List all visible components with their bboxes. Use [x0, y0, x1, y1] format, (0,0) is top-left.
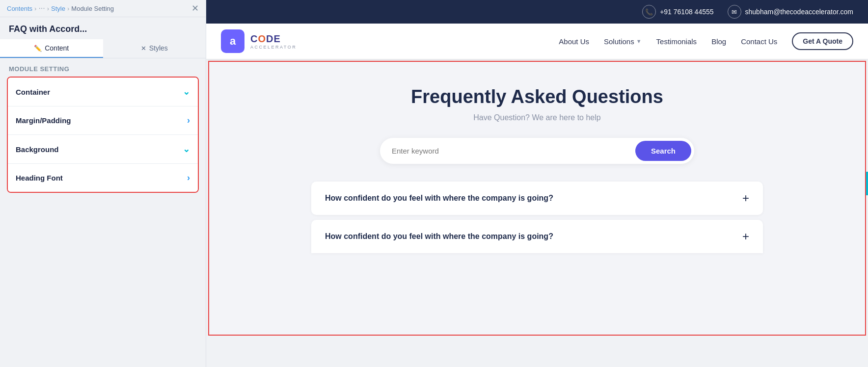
margin-padding-chevron-right-icon: › — [187, 115, 190, 126]
faq-search-button[interactable]: Search — [635, 141, 691, 161]
x-icon: ✕ — [141, 45, 146, 52]
faq-item-1[interactable]: How confident do you feel with where the… — [311, 182, 763, 215]
nav-blog[interactable]: Blog — [711, 37, 726, 46]
nav-solutions[interactable]: Solutions ▼ — [604, 37, 642, 46]
background-chevron-down-icon: ⌄ — [183, 144, 190, 155]
logo-area: a CODE ACCELERATOR — [221, 29, 297, 53]
logo-icon: a — [221, 29, 244, 53]
nav-contact-us[interactable]: Contact Us — [741, 37, 777, 46]
topbar-phone: 📞 +91 76108 44555 — [642, 5, 713, 19]
breadcrumb-bar: Contents › ··· › Style › Module Setting … — [0, 0, 206, 17]
margin-padding-label: Margin/Padding — [16, 116, 71, 125]
breadcrumb-sep-2: › — [47, 5, 49, 12]
faq-search-bar: Search — [380, 138, 694, 164]
solutions-dropdown-arrow-icon: ▼ — [636, 38, 642, 44]
email-icon: ✉ — [728, 5, 741, 19]
tab-styles[interactable]: ✕ Styles — [103, 39, 206, 58]
setting-container[interactable]: Container ⌄ — [8, 78, 198, 106]
phone-icon: 📞 — [642, 5, 656, 19]
nav-solutions-label: Solutions — [604, 37, 634, 46]
heading-font-chevron-right-icon: › — [187, 173, 190, 183]
breadcrumb-sep-1: › — [34, 5, 36, 12]
logo-text-area: CODE ACCELERATOR — [250, 33, 297, 50]
site-topbar: 📞 +91 76108 44555 ✉ shubham@thecodeaccel… — [206, 0, 868, 24]
setting-margin-padding[interactable]: Margin/Padding › — [8, 106, 198, 135]
breadcrumb-module-setting: Module Setting — [71, 5, 114, 12]
container-chevron-down-icon: ⌄ — [183, 86, 190, 97]
faq-items: How confident do you feel with where the… — [301, 182, 773, 253]
faq-subtitle: Have Question? We are here to help — [219, 113, 855, 122]
setting-background[interactable]: Background ⌄ — [8, 135, 198, 164]
faq-item-1-expand-icon: + — [742, 192, 749, 204]
breadcrumb-sep-3: › — [67, 5, 69, 12]
tab-content[interactable]: ✏️ Content — [0, 39, 103, 58]
left-panel: Contents › ··· › Style › Module Setting … — [0, 0, 206, 367]
faq-title: Frequently Asked Questions — [219, 86, 855, 107]
nav-about-us[interactable]: About Us — [559, 37, 589, 46]
close-button[interactable]: ✕ — [191, 4, 199, 13]
nav-links: About Us Solutions ▼ Testimonials Blog C… — [559, 32, 853, 50]
faq-search-input[interactable] — [392, 147, 635, 155]
setting-heading-font[interactable]: Heading Font › — [8, 164, 198, 192]
background-label: Background — [16, 145, 59, 154]
breadcrumb-contents[interactable]: Contents — [7, 5, 32, 12]
panel-tabs: ✏️ Content ✕ Styles — [0, 39, 206, 58]
site-navbar: a CODE ACCELERATOR About Us Solutions ▼ … — [206, 24, 868, 59]
get-quote-button[interactable]: Get A Quote — [792, 32, 853, 50]
logo-tagline: ACCELERATOR — [250, 45, 297, 50]
logo-brand: CODE — [250, 33, 297, 45]
faq-item-2-question: How confident do you feel with where the… — [325, 232, 553, 241]
faq-section: Frequently Asked Questions Have Question… — [209, 62, 865, 268]
phone-number: +91 76108 44555 — [660, 8, 713, 16]
topbar-email: ✉ shubham@thecodeaccelerator.com — [728, 5, 853, 19]
breadcrumb-dots[interactable]: ··· — [38, 4, 45, 13]
module-setting-label: Module Setting — [0, 58, 206, 77]
faq-section-wrapper: Frequently Asked Questions Have Question… — [208, 61, 866, 336]
container-label: Container — [16, 88, 50, 96]
tab-content-label: Content — [45, 44, 69, 52]
tab-styles-label: Styles — [149, 44, 168, 52]
nav-testimonials[interactable]: Testimonials — [656, 37, 697, 46]
faq-item-2[interactable]: How confident do you feel with where the… — [311, 220, 763, 253]
pencil-icon: ✏️ — [34, 45, 42, 52]
right-panel: 📞 +91 76108 44555 ✉ shubham@thecodeaccel… — [206, 0, 868, 367]
email-address: shubham@thecodeaccelerator.com — [745, 8, 853, 16]
breadcrumb-style[interactable]: Style — [51, 5, 65, 12]
panel-title: FAQ with Accord... — [0, 17, 206, 39]
logo-highlight: O — [258, 33, 266, 44]
faq-item-2-expand-icon: + — [742, 231, 749, 242]
faq-item-1-question: How confident do you feel with where the… — [325, 194, 553, 203]
settings-list: Container ⌄ Margin/Padding › Background … — [7, 77, 199, 193]
heading-font-label: Heading Font — [16, 174, 63, 182]
